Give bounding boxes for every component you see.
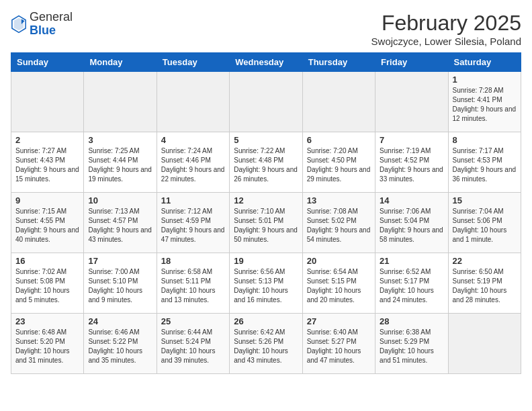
calendar-cell <box>302 72 375 132</box>
day-info: Sunrise: 7:10 AM Sunset: 5:01 PM Dayligh… <box>234 207 298 244</box>
day-number: 17 <box>88 256 152 266</box>
logo-text: General Blue <box>30 11 73 38</box>
page-header: General Blue February 2025 Swojczyce, Lo… <box>11 11 521 47</box>
calendar-cell: 23Sunrise: 6:48 AM Sunset: 5:20 PM Dayli… <box>11 314 84 374</box>
day-info: Sunrise: 6:52 AM Sunset: 5:17 PM Dayligh… <box>380 267 443 305</box>
calendar-cell: 10Sunrise: 7:13 AM Sunset: 4:57 PM Dayli… <box>84 193 157 253</box>
calendar-cell: 16Sunrise: 7:02 AM Sunset: 5:08 PM Dayli… <box>11 253 84 314</box>
location-subtitle: Swojczyce, Lower Silesia, Poland <box>371 36 521 47</box>
day-number: 2 <box>15 135 79 145</box>
calendar-cell: 1Sunrise: 7:28 AM Sunset: 4:41 PM Daylig… <box>448 72 521 132</box>
day-info: Sunrise: 6:54 AM Sunset: 5:15 PM Dayligh… <box>307 267 371 305</box>
month-title: February 2025 <box>371 11 521 36</box>
day-info: Sunrise: 7:04 AM Sunset: 5:06 PM Dayligh… <box>453 207 517 244</box>
calendar-cell: 25Sunrise: 6:44 AM Sunset: 5:24 PM Dayli… <box>157 314 229 374</box>
calendar-cell: 11Sunrise: 7:12 AM Sunset: 4:59 PM Dayli… <box>157 193 229 253</box>
logo-icon <box>11 15 27 34</box>
title-section: February 2025 Swojczyce, Lower Silesia, … <box>371 11 521 47</box>
calendar-cell <box>11 72 84 132</box>
day-number: 16 <box>15 256 79 266</box>
day-info: Sunrise: 7:06 AM Sunset: 5:04 PM Dayligh… <box>380 207 443 244</box>
day-number: 28 <box>380 316 443 326</box>
day-info: Sunrise: 7:17 AM Sunset: 4:53 PM Dayligh… <box>453 146 517 184</box>
day-info: Sunrise: 6:44 AM Sunset: 5:24 PM Dayligh… <box>161 328 225 365</box>
day-info: Sunrise: 7:08 AM Sunset: 5:02 PM Dayligh… <box>307 207 371 244</box>
calendar-cell <box>448 314 521 374</box>
day-number: 24 <box>88 316 152 326</box>
day-info: Sunrise: 7:02 AM Sunset: 5:08 PM Dayligh… <box>15 267 79 305</box>
calendar-cell: 3Sunrise: 7:25 AM Sunset: 4:44 PM Daylig… <box>84 132 157 193</box>
day-number: 21 <box>380 256 443 266</box>
weekday-header: Wednesday <box>230 53 302 72</box>
weekday-header: Friday <box>375 53 448 72</box>
day-info: Sunrise: 7:28 AM Sunset: 4:41 PM Dayligh… <box>453 86 517 124</box>
day-number: 23 <box>15 316 79 326</box>
day-number: 25 <box>161 316 225 326</box>
calendar-cell: 27Sunrise: 6:40 AM Sunset: 5:27 PM Dayli… <box>302 314 375 374</box>
weekday-header: Monday <box>84 53 157 72</box>
day-number: 8 <box>453 135 517 145</box>
calendar-cell: 12Sunrise: 7:10 AM Sunset: 5:01 PM Dayli… <box>230 193 302 253</box>
logo: General Blue <box>11 11 73 38</box>
calendar-cell: 8Sunrise: 7:17 AM Sunset: 4:53 PM Daylig… <box>448 132 521 193</box>
calendar-cell: 14Sunrise: 7:06 AM Sunset: 5:04 PM Dayli… <box>375 193 448 253</box>
calendar-cell: 17Sunrise: 7:00 AM Sunset: 5:10 PM Dayli… <box>84 253 157 314</box>
weekday-header: Thursday <box>302 53 375 72</box>
weekday-header: Saturday <box>448 53 521 72</box>
day-info: Sunrise: 6:48 AM Sunset: 5:20 PM Dayligh… <box>15 328 79 365</box>
calendar-cell <box>375 72 448 132</box>
calendar-cell <box>84 72 157 132</box>
day-number: 15 <box>453 195 517 205</box>
calendar-week-row: 16Sunrise: 7:02 AM Sunset: 5:08 PM Dayli… <box>11 253 521 314</box>
calendar-cell: 7Sunrise: 7:19 AM Sunset: 4:52 PM Daylig… <box>375 132 448 193</box>
weekday-header: Sunday <box>11 53 84 72</box>
calendar-cell: 18Sunrise: 6:58 AM Sunset: 5:11 PM Dayli… <box>157 253 229 314</box>
day-info: Sunrise: 7:12 AM Sunset: 4:59 PM Dayligh… <box>161 207 225 244</box>
day-info: Sunrise: 6:40 AM Sunset: 5:27 PM Dayligh… <box>307 328 371 365</box>
day-number: 10 <box>88 195 152 205</box>
day-info: Sunrise: 7:20 AM Sunset: 4:50 PM Dayligh… <box>307 146 371 184</box>
day-number: 26 <box>234 316 298 326</box>
day-number: 5 <box>234 135 298 145</box>
calendar-cell: 22Sunrise: 6:50 AM Sunset: 5:19 PM Dayli… <box>448 253 521 314</box>
day-number: 13 <box>307 195 371 205</box>
calendar-week-row: 2Sunrise: 7:27 AM Sunset: 4:43 PM Daylig… <box>11 132 521 193</box>
day-info: Sunrise: 7:15 AM Sunset: 4:55 PM Dayligh… <box>15 207 79 244</box>
calendar-cell: 28Sunrise: 6:38 AM Sunset: 5:29 PM Dayli… <box>375 314 448 374</box>
day-info: Sunrise: 7:19 AM Sunset: 4:52 PM Dayligh… <box>380 146 443 184</box>
day-number: 14 <box>380 195 443 205</box>
day-info: Sunrise: 7:13 AM Sunset: 4:57 PM Dayligh… <box>88 207 152 244</box>
calendar-cell: 6Sunrise: 7:20 AM Sunset: 4:50 PM Daylig… <box>302 132 375 193</box>
day-number: 9 <box>15 195 79 205</box>
day-number: 20 <box>307 256 371 266</box>
day-info: Sunrise: 7:27 AM Sunset: 4:43 PM Dayligh… <box>15 146 79 184</box>
calendar-week-row: 9Sunrise: 7:15 AM Sunset: 4:55 PM Daylig… <box>11 193 521 253</box>
day-number: 7 <box>380 135 443 145</box>
day-info: Sunrise: 7:24 AM Sunset: 4:46 PM Dayligh… <box>161 146 225 184</box>
day-number: 4 <box>161 135 225 145</box>
calendar-header-row: SundayMondayTuesdayWednesdayThursdayFrid… <box>11 53 521 72</box>
day-number: 11 <box>161 195 225 205</box>
day-number: 19 <box>234 256 298 266</box>
day-info: Sunrise: 7:25 AM Sunset: 4:44 PM Dayligh… <box>88 146 152 184</box>
calendar-cell: 21Sunrise: 6:52 AM Sunset: 5:17 PM Dayli… <box>375 253 448 314</box>
day-number: 22 <box>453 256 517 266</box>
logo-blue: Blue <box>30 24 56 37</box>
calendar-table: SundayMondayTuesdayWednesdayThursdayFrid… <box>11 52 521 374</box>
day-info: Sunrise: 6:56 AM Sunset: 5:13 PM Dayligh… <box>234 267 298 305</box>
calendar-cell: 19Sunrise: 6:56 AM Sunset: 5:13 PM Dayli… <box>230 253 302 314</box>
day-number: 18 <box>161 256 225 266</box>
calendar-cell: 20Sunrise: 6:54 AM Sunset: 5:15 PM Dayli… <box>302 253 375 314</box>
day-info: Sunrise: 6:46 AM Sunset: 5:22 PM Dayligh… <box>88 328 152 365</box>
calendar-cell: 2Sunrise: 7:27 AM Sunset: 4:43 PM Daylig… <box>11 132 84 193</box>
calendar-cell: 13Sunrise: 7:08 AM Sunset: 5:02 PM Dayli… <box>302 193 375 253</box>
day-number: 6 <box>307 135 371 145</box>
calendar-cell: 5Sunrise: 7:22 AM Sunset: 4:48 PM Daylig… <box>230 132 302 193</box>
calendar-week-row: 23Sunrise: 6:48 AM Sunset: 5:20 PM Dayli… <box>11 314 521 374</box>
calendar-cell <box>157 72 229 132</box>
calendar-cell: 9Sunrise: 7:15 AM Sunset: 4:55 PM Daylig… <box>11 193 84 253</box>
calendar-cell: 24Sunrise: 6:46 AM Sunset: 5:22 PM Dayli… <box>84 314 157 374</box>
day-number: 1 <box>453 75 517 85</box>
logo-general: General <box>30 10 73 24</box>
weekday-header: Tuesday <box>157 53 229 72</box>
